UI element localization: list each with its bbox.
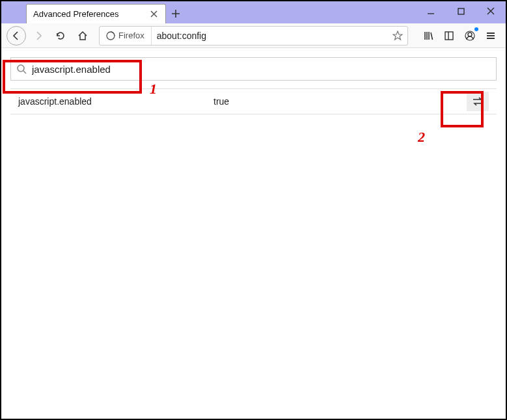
nav-toolbar: Firefox bbox=[1, 23, 506, 48]
url-bar[interactable]: Firefox bbox=[99, 26, 408, 46]
about-config-content: javascript.enabled true 1 2 bbox=[1, 57, 506, 420]
maximize-icon bbox=[458, 8, 465, 15]
toggle-pref-button[interactable] bbox=[467, 92, 489, 111]
search-icon bbox=[16, 64, 27, 74]
forward-arrow-icon bbox=[33, 31, 44, 41]
account-button[interactable] bbox=[460, 26, 480, 46]
minimize-icon bbox=[427, 7, 435, 15]
forward-button[interactable] bbox=[29, 26, 48, 46]
star-icon bbox=[392, 31, 403, 41]
browser-tab-active[interactable]: Advanced Preferences bbox=[26, 4, 166, 23]
account-icon bbox=[465, 31, 475, 41]
bookmark-star-button[interactable] bbox=[388, 31, 407, 41]
back-button[interactable] bbox=[7, 26, 26, 46]
identity-box[interactable]: Firefox bbox=[100, 27, 152, 45]
firefox-logo-icon bbox=[106, 31, 115, 40]
hamburger-icon bbox=[486, 31, 496, 41]
app-menu-button[interactable] bbox=[481, 26, 500, 46]
svg-rect-2 bbox=[445, 32, 453, 40]
close-icon bbox=[487, 7, 495, 15]
url-input[interactable] bbox=[152, 31, 388, 41]
new-tab-button[interactable] bbox=[166, 4, 185, 23]
close-tab-button[interactable] bbox=[148, 9, 159, 20]
window-titlebar: Advanced Preferences bbox=[1, 1, 506, 23]
svg-point-3 bbox=[468, 33, 472, 36]
sidebar-button[interactable] bbox=[439, 26, 459, 46]
reload-icon bbox=[55, 31, 66, 41]
toggle-arrows-icon bbox=[472, 97, 484, 106]
home-icon bbox=[77, 31, 88, 41]
minimize-button[interactable] bbox=[416, 1, 446, 21]
svg-point-5 bbox=[18, 65, 24, 72]
close-icon bbox=[150, 10, 158, 18]
pref-name: javascript.enabled bbox=[18, 96, 213, 107]
home-button[interactable] bbox=[73, 26, 92, 46]
tab-strip: Advanced Preferences bbox=[1, 1, 185, 23]
annotation-number-2: 2 bbox=[418, 129, 425, 146]
maximize-button[interactable] bbox=[446, 1, 476, 21]
config-search-wrap bbox=[10, 57, 497, 81]
config-search-box[interactable] bbox=[10, 57, 497, 81]
window-controls bbox=[416, 1, 506, 23]
pref-value: true bbox=[213, 96, 467, 107]
pref-row[interactable]: javascript.enabled true bbox=[10, 88, 497, 114]
tab-title: Advanced Preferences bbox=[33, 9, 143, 19]
config-search-input[interactable] bbox=[32, 64, 491, 75]
notification-dot-icon bbox=[474, 27, 478, 31]
back-arrow-icon bbox=[11, 31, 21, 41]
sidebar-icon bbox=[444, 31, 454, 41]
library-button[interactable] bbox=[418, 26, 438, 46]
reload-button[interactable] bbox=[51, 26, 70, 46]
plus-icon bbox=[171, 9, 180, 18]
toolbar-right bbox=[418, 26, 500, 46]
library-icon bbox=[423, 31, 433, 41]
identity-label: Firefox bbox=[118, 31, 144, 40]
svg-rect-0 bbox=[458, 8, 464, 14]
window-close-button[interactable] bbox=[476, 1, 506, 21]
